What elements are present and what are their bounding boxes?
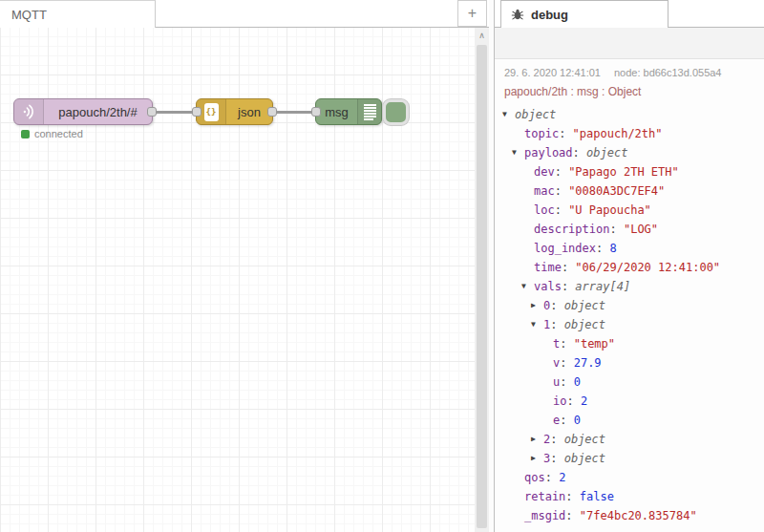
flow-editor: MQTT + papouch/2th/ bbox=[0, 0, 489, 532]
tree-key: vals bbox=[534, 277, 562, 296]
tree-value: "temp" bbox=[574, 334, 615, 353]
workspace-tab-mqtt[interactable]: MQTT bbox=[0, 0, 156, 28]
chevron-up-icon[interactable]: ∧ bbox=[475, 27, 489, 43]
output-port[interactable] bbox=[147, 107, 157, 117]
canvas-vertical-scrollbar[interactable]: ∧ bbox=[475, 27, 489, 532]
tree-colon: : bbox=[565, 487, 579, 506]
tree-value: object bbox=[564, 296, 605, 315]
tree-colon: : bbox=[555, 162, 568, 181]
tree-key: description bbox=[534, 220, 609, 239]
input-port[interactable] bbox=[311, 107, 321, 117]
workspace-tab-label: MQTT bbox=[11, 8, 47, 22]
sidebar-tabbar: debug bbox=[495, 0, 764, 28]
node-label: msg bbox=[316, 105, 357, 119]
tree-key: mac bbox=[534, 181, 555, 201]
status-label: connected bbox=[34, 128, 83, 139]
expand-arrow-icon[interactable]: ▶ bbox=[531, 430, 543, 449]
tree-value: 2 bbox=[559, 468, 565, 487]
tree-row: time: "06/29/2020 12:41:00" bbox=[495, 258, 764, 277]
braces-glyph: {} bbox=[206, 107, 217, 117]
tree-key: qos bbox=[524, 468, 545, 487]
add-flow-button[interactable]: + bbox=[457, 0, 487, 27]
tree-key: retain bbox=[524, 487, 565, 506]
tree-row: loc: "U Papoucha" bbox=[495, 201, 764, 220]
tree-key: t bbox=[553, 334, 560, 353]
tree-value: 0 bbox=[574, 372, 581, 392]
tree-colon: : bbox=[560, 372, 573, 392]
tree-row[interactable]: ▶0: object bbox=[495, 296, 764, 315]
tree-value: "06/29/2020 12:41:00" bbox=[575, 258, 720, 277]
collapse-arrow-icon[interactable]: ▼ bbox=[531, 315, 543, 334]
tree-key: u bbox=[553, 372, 560, 392]
tree-colon: : bbox=[550, 296, 563, 315]
tree-value: "Papago 2TH ETH" bbox=[568, 162, 679, 181]
tree-row: mac: "0080A3DC7EF4" bbox=[495, 181, 764, 201]
tree-value: object bbox=[586, 143, 627, 162]
bug-icon bbox=[511, 8, 524, 21]
debug-sidebar: debug 29. 6. 2020 12:41:01 node: bd66c13… bbox=[494, 0, 764, 532]
collapse-arrow-icon[interactable]: ▼ bbox=[521, 277, 534, 296]
collapse-arrow-icon[interactable]: ▼ bbox=[502, 105, 515, 124]
tree-row[interactable]: ▶3: object bbox=[495, 449, 764, 468]
tree-row[interactable]: ▼payload: object bbox=[495, 143, 764, 162]
plus-icon: + bbox=[468, 5, 477, 22]
output-port[interactable] bbox=[267, 107, 277, 117]
debug-timestamp: 29. 6. 2020 12:41:01 bbox=[504, 67, 601, 78]
debug-enable-toggle[interactable] bbox=[383, 99, 409, 125]
tree-colon: : bbox=[560, 411, 573, 430]
tree-value: false bbox=[580, 487, 614, 506]
tab-debug[interactable]: debug bbox=[500, 0, 668, 28]
node-red-editor: MQTT + papouch/2th/ bbox=[0, 0, 764, 532]
tree-colon: : bbox=[559, 124, 572, 143]
tree-value: "0080A3DC7EF4" bbox=[568, 181, 665, 201]
flow-canvas[interactable]: papouch/2th/# connected {} json msg bbox=[0, 27, 475, 532]
tree-value: "7fe4bc20.835784" bbox=[580, 506, 697, 525]
tree-row[interactable]: ▼object bbox=[495, 105, 764, 124]
node-debug[interactable]: msg bbox=[315, 98, 382, 125]
scrollbar-thumb[interactable] bbox=[477, 45, 487, 528]
input-port[interactable] bbox=[192, 107, 202, 117]
workspace-tabbar: MQTT + bbox=[0, 0, 489, 28]
tree-colon: : bbox=[566, 392, 580, 411]
tree-value: object bbox=[564, 430, 605, 449]
expand-arrow-icon[interactable]: ▶ bbox=[531, 296, 543, 315]
tree-key: v bbox=[553, 353, 560, 372]
tree-key: 3 bbox=[543, 449, 550, 468]
tree-colon: : bbox=[555, 201, 568, 220]
tree-value: array[4] bbox=[575, 277, 630, 296]
tree-key: payload bbox=[524, 143, 573, 162]
tree-colon: : bbox=[550, 430, 563, 449]
tree-colon: : bbox=[550, 315, 563, 334]
tree-key: io bbox=[553, 392, 566, 411]
tree-key: 1 bbox=[543, 315, 550, 334]
tree-value: "papouch/2th" bbox=[573, 124, 663, 143]
tree-key: topic bbox=[524, 124, 559, 143]
sidebar-tab-label: debug bbox=[531, 8, 568, 22]
tree-row[interactable]: ▼vals: array[4] bbox=[495, 277, 764, 296]
tree-row: _msgid: "7fe4bc20.835784" bbox=[495, 506, 764, 525]
collapse-arrow-icon[interactable]: ▼ bbox=[512, 143, 524, 162]
tree-value: "U Papoucha" bbox=[568, 201, 651, 220]
tree-value: 2 bbox=[581, 392, 587, 411]
node-label: papouch/2th/# bbox=[44, 105, 152, 119]
tree-key: time bbox=[534, 258, 562, 277]
tree-colon: : bbox=[596, 239, 609, 258]
chevron-up-glyph: ∧ bbox=[478, 31, 485, 40]
expand-arrow-icon[interactable]: ▶ bbox=[531, 449, 543, 468]
tree-key: dev bbox=[534, 162, 555, 181]
tree-value: 8 bbox=[609, 239, 616, 258]
status-connected-icon bbox=[21, 130, 30, 138]
node-label: json bbox=[226, 105, 272, 119]
tree-key: loc bbox=[534, 201, 555, 220]
tree-colon: : bbox=[562, 277, 575, 296]
node-json[interactable]: {} json bbox=[196, 98, 273, 125]
node-mqtt-in[interactable]: papouch/2th/# bbox=[13, 98, 153, 125]
tree-row: t: "temp" bbox=[495, 334, 764, 353]
tree-value: object bbox=[564, 449, 605, 468]
tree-key: _msgid bbox=[524, 506, 565, 525]
list-lines-icon bbox=[357, 99, 381, 124]
tree-row[interactable]: ▶2: object bbox=[495, 430, 764, 449]
tree-value: "LOG" bbox=[624, 220, 658, 239]
debug-message: 29. 6. 2020 12:41:01 node: bd66c13d.055a… bbox=[495, 59, 764, 532]
tree-row[interactable]: ▼1: object bbox=[495, 315, 764, 334]
